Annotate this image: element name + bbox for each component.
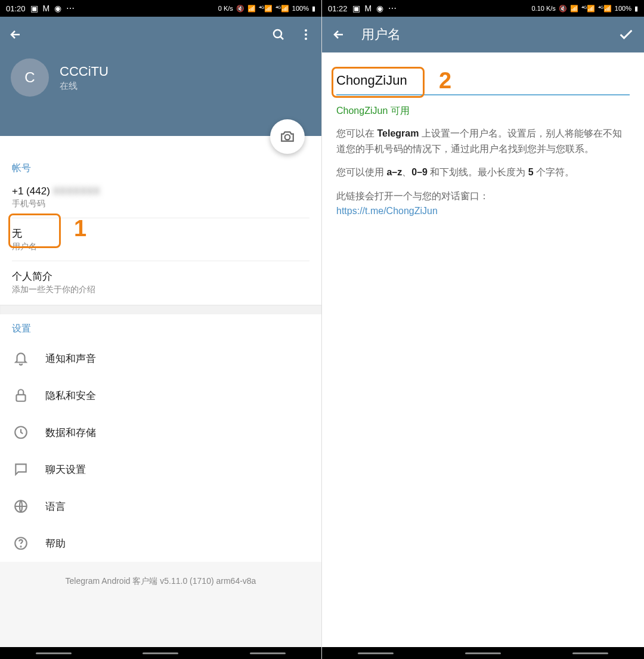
settings-list: 通知和声音 隐私和安全 数据和存储 聊天设置 语言 帮助	[0, 340, 321, 562]
wifi-icon: 📶	[570, 5, 578, 13]
username-link[interactable]: https://t.me/ChongZiJun	[322, 203, 644, 219]
toolbar-title: 用户名	[361, 26, 401, 44]
username-description-2: 您可以使用 a–z、0–9 和下划线。最小长度为 5 个字符。	[322, 156, 644, 180]
username-label: 用户名	[12, 242, 309, 252]
divider	[12, 218, 309, 218]
search-button[interactable]	[271, 27, 286, 42]
username-description-3: 此链接会打开一个与您的对话窗口：	[322, 180, 644, 204]
status-battery: 100%	[292, 5, 309, 12]
nav-bar	[322, 647, 644, 659]
help-icon	[13, 536, 29, 551]
status-time: 01:22	[328, 4, 348, 13]
bio-label: 添加一些关于你的介绍	[12, 284, 309, 295]
status-bar: 01:22 ▣ M ◉ ⋯ 0.10 K/s 🔇 📶 ⁴ᴳ📶 ⁴ᴳ📶 100% …	[322, 0, 644, 17]
settings-row-chat[interactable]: 聊天设置	[0, 451, 321, 488]
settings-row-notifications[interactable]: 通知和声音	[0, 340, 321, 377]
status-time: 01:20	[6, 4, 26, 13]
profile-header: C CCCiTU 在线	[0, 17, 321, 136]
chat-status-icon: ◉	[376, 4, 383, 13]
section-title-settings: 设置	[12, 323, 309, 335]
mail-icon: M	[43, 4, 50, 13]
picture-icon: ▣	[30, 4, 38, 13]
status-bar: 01:20 ▣ M ◉ ⋯ 0 K/s 🔇 📶 ⁴ᴳ📶 ⁴ᴳ📶 100% ▮	[0, 0, 321, 17]
bio-row[interactable]: 个人简介 添加一些关于你的介绍	[12, 264, 309, 301]
more-button[interactable]	[299, 27, 313, 42]
wifi-icon: 📶	[247, 5, 256, 13]
picture-icon: ▣	[352, 4, 360, 13]
chat-status-icon: ◉	[54, 4, 61, 13]
confirm-button[interactable]	[618, 26, 634, 43]
signal-4g-icon-2: ⁴ᴳ📶	[275, 5, 289, 13]
back-button[interactable]	[8, 27, 23, 42]
bell-icon	[13, 351, 29, 366]
settings-row-data[interactable]: 数据和存储	[0, 414, 321, 451]
settings-section: 设置	[0, 314, 321, 340]
phone-masked: XXXXXXX	[53, 185, 100, 197]
section-gap	[0, 305, 321, 314]
svg-rect-5	[16, 395, 25, 401]
svg-point-0	[274, 30, 281, 38]
settings-row-privacy[interactable]: 隐私和安全	[0, 377, 321, 414]
phone-label: 手机号码	[12, 199, 309, 209]
svg-point-1	[305, 29, 307, 32]
settings-row-language[interactable]: 语言	[0, 488, 321, 525]
signal-4g-icon-2: ⁴ᴳ📶	[598, 5, 612, 13]
signal-4g-icon: ⁴ᴳ📶	[259, 5, 273, 13]
status-speed: 0 K/s	[218, 5, 233, 12]
svg-point-3	[305, 38, 307, 40]
profile-name: CCCiTU	[60, 64, 109, 79]
profile-status: 在线	[60, 81, 109, 92]
mute-icon: 🔇	[236, 5, 244, 13]
lock-icon	[13, 388, 29, 403]
globe-icon	[13, 499, 29, 514]
divider	[12, 261, 309, 261]
more-status-icon: ⋯	[66, 4, 75, 13]
battery-icon: ▮	[312, 5, 315, 13]
svg-point-9	[20, 546, 21, 547]
more-status-icon: ⋯	[388, 4, 397, 13]
account-section: 帐号 +1 (442) XXXXXXX 手机号码 无 用户名 个人简介 添加一些…	[0, 154, 321, 305]
mute-icon: 🔇	[559, 5, 567, 13]
version-footer: Telegram Android 客户端 v5.11.0 (1710) arm6…	[0, 562, 321, 659]
bio-value: 个人简介	[12, 270, 309, 283]
chat-icon	[13, 462, 29, 477]
svg-point-2	[305, 33, 307, 36]
username-value: 无	[12, 227, 309, 240]
battery-icon: ▮	[634, 5, 638, 13]
section-title-account: 帐号	[12, 162, 309, 175]
username-toolbar: 用户名	[322, 17, 644, 52]
status-battery: 100%	[615, 5, 631, 12]
mail-icon: M	[365, 4, 372, 13]
phone-prefix: +1 (442)	[12, 185, 50, 197]
avatar[interactable]: C	[11, 58, 49, 97]
username-row[interactable]: 无 用户名	[12, 221, 309, 258]
phone-row[interactable]: +1 (442) XXXXXXX 手机号码	[12, 180, 309, 215]
svg-point-4	[285, 135, 290, 140]
settings-row-help[interactable]: 帮助	[0, 525, 321, 562]
status-speed: 0.10 K/s	[532, 5, 556, 12]
username-availability: ChongZiJun 可用	[322, 99, 644, 117]
back-button[interactable]	[332, 27, 346, 42]
nav-bar	[0, 647, 321, 659]
clock-icon	[13, 425, 29, 440]
username-description-1: 您可以在 Telegram 上设置一个用户名。设置后，别人将能够在不知道您的手机…	[322, 117, 644, 156]
username-input[interactable]	[336, 70, 630, 95]
signal-4g-icon: ⁴ᴳ📶	[581, 5, 595, 13]
camera-button[interactable]	[270, 119, 305, 154]
